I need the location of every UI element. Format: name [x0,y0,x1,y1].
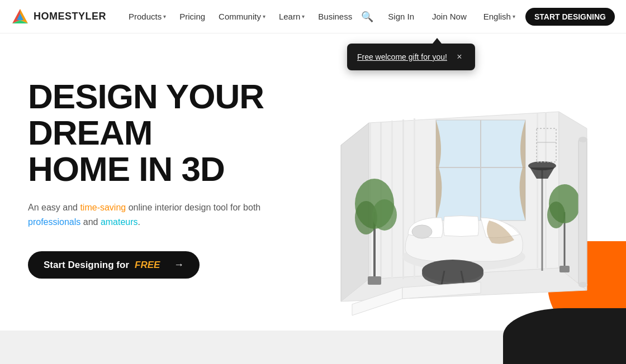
community-chevron-icon: ▾ [263,13,265,20]
hero-section: Free welcome gift for you! × DESIGN YOUR… [0,33,626,364]
language-selector[interactable]: English ▾ [478,8,521,25]
notification-popup: Free welcome gift for you! × [347,44,475,70]
logo[interactable]: HOMESTYLER [11,8,106,26]
nav-pricing[interactable]: Pricing [174,8,211,25]
learn-chevron-icon: ▾ [302,13,305,20]
notification-text[interactable]: Free welcome gift for you! [357,52,447,61]
hero-subtitle: An easy and time-saving online interior … [28,200,307,229]
hero-cta-button[interactable]: Start Designing for FREE → [28,251,200,279]
svg-point-37 [578,137,587,142]
nav-business[interactable]: Business [312,8,358,25]
nav-links: Products ▾ Pricing Community ▾ Learn ▾ B… [123,8,358,25]
svg-rect-27 [368,276,381,285]
hero-content: DESIGN YOUR DREAM HOME IN 3D An easy and… [28,78,352,279]
products-chevron-icon: ▾ [163,13,166,20]
svg-rect-17 [545,112,547,268]
svg-rect-36 [578,140,587,285]
logo-icon [11,8,29,26]
close-icon[interactable]: × [454,51,465,63]
start-designing-button[interactable]: START DESIGNING [525,8,615,26]
svg-rect-31 [559,266,570,272]
brand-name: HOMESTYLER [34,11,106,22]
nav-learn[interactable]: Learn ▾ [273,8,310,25]
navbar: HOMESTYLER Products ▾ Pricing Community … [0,0,626,33]
nav-products[interactable]: Products ▾ [123,8,172,25]
room-3d-image [324,56,604,346]
svg-point-20 [422,260,483,282]
language-chevron-icon: ▾ [513,13,515,20]
room-svg [324,56,604,346]
nav-community[interactable]: Community ▾ [213,8,271,25]
svg-point-41 [412,225,432,238]
joinnow-button[interactable]: Join Now [425,8,473,25]
hero-title: DESIGN YOUR DREAM HOME IN 3D [28,78,352,187]
svg-point-30 [547,202,565,228]
cta-arrow-icon: → [174,259,184,271]
svg-point-38 [578,282,587,288]
signin-button[interactable]: Sign In [381,8,421,25]
svg-point-26 [372,199,397,231]
search-icon[interactable]: 🔍 [358,7,377,26]
nav-right: 🔍 Sign In Join Now English ▾ START DESIG… [358,7,615,26]
